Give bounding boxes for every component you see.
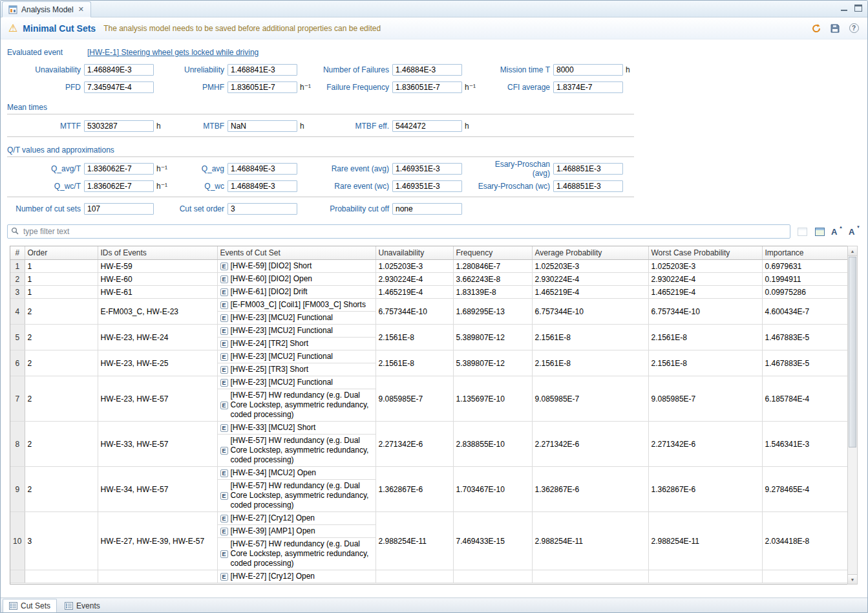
cell-events: E[HW-E-61] [DIO2] Drift	[217, 286, 376, 299]
parameter-cell: PMHFh⁻¹	[169, 81, 313, 93]
export-icon[interactable]	[796, 226, 808, 237]
cell-number: 6	[10, 350, 25, 376]
tab-analysis-model[interactable]: Analysis Model ✕	[2, 1, 91, 17]
field-input-mtbf-eff[interactable]	[392, 120, 462, 132]
cut-set-row[interactable]: 31HW-E-61E[HW-E-61] [DIO2] Drift1.465219…	[10, 286, 847, 299]
event-entry: E[E-FM003_C] [Coil1] [FM003_C] Shorts	[218, 299, 376, 311]
field-input-esary-proschan-avg[interactable]	[553, 163, 623, 175]
cell-worst-case-probability: 2.988254E-11	[648, 512, 762, 570]
event-icon: E	[220, 327, 228, 335]
cut-set-row[interactable]: 11HW-E-59E[HW-E-59] [DIO2] Short1.025203…	[10, 260, 847, 273]
field-unit: h	[297, 122, 313, 131]
help-icon[interactable]: ?	[848, 23, 860, 34]
close-icon[interactable]: ✕	[78, 5, 85, 14]
field-input-esary-proschan-wc[interactable]	[553, 180, 623, 192]
field-input-rare-event-wc[interactable]	[392, 180, 462, 192]
column-header-worst-case-probability[interactable]: Worst Case Probability	[648, 246, 762, 260]
field-input-mtbf[interactable]	[228, 120, 297, 132]
qt-section-title: Q/T values and approximations	[7, 145, 861, 155]
field-input-pfd[interactable]	[84, 81, 154, 93]
event-entry: E[HW-E-33] [MCU2] Short	[218, 422, 376, 434]
event-icon: E	[220, 528, 228, 535]
field-input-q-avg[interactable]	[228, 163, 297, 175]
field-input-cfi-average[interactable]	[553, 81, 623, 93]
column-header-item[interactable]: #	[10, 246, 25, 260]
field-label-mttf: MTTF	[7, 122, 84, 131]
field-label-rare-event-avg: Rare event (avg)	[313, 164, 392, 173]
cell-order: 2	[25, 299, 98, 325]
configure-columns-icon-glyph	[815, 228, 825, 236]
cut-set-row[interactable]: E[HW-E-27] [Cry12] Open	[10, 570, 847, 583]
cut-set-row[interactable]: 103HW-E-27, HW-E-39, HW-E-57E[HW-E-27] […	[10, 512, 847, 570]
column-header-events-of-cut-set[interactable]: Events of Cut Set	[217, 246, 376, 260]
event-label: [HW-E-34] [MCU2] Open	[231, 468, 316, 478]
event-entry: E[HW-E-34] [MCU2] Open	[218, 467, 376, 479]
tab-cut-sets[interactable]: Cut Sets	[3, 599, 57, 612]
column-header-importance[interactable]: Importance	[762, 246, 847, 260]
cell-average-probability	[532, 570, 648, 583]
cell-importance: 4.600434E-7	[762, 299, 847, 325]
cell-importance: 0.1994911	[762, 273, 847, 286]
cut-set-row[interactable]: 62HW-E-23, HW-E-25E[HW-E-23] [MCU2] Func…	[10, 350, 847, 376]
column-header-unavailability[interactable]: Unavailability	[376, 246, 453, 260]
column-header-ids-of-events[interactable]: IDs of Events	[98, 246, 217, 260]
event-entry: E[HW-E-25] [TR3] Short	[218, 363, 376, 376]
cell-number: 7	[10, 376, 25, 422]
cut-set-row[interactable]: 52HW-E-23, HW-E-24E[HW-E-23] [MCU2] Func…	[10, 325, 847, 350]
window-controls	[840, 5, 862, 12]
cut-set-row[interactable]: 42E-FM003_C, HW-E-23E[E-FM003_C] [Coil1]…	[10, 299, 847, 325]
cell-average-probability: 9.085985E-7	[532, 376, 648, 422]
scrollbar-thumb[interactable]	[849, 257, 856, 447]
cell-importance: 0.09975286	[762, 286, 847, 299]
cut-set-row[interactable]: 21HW-E-60E[HW-E-60] [DIO2] Open2.930224E…	[10, 273, 847, 286]
field-input-q-wc[interactable]	[228, 180, 297, 192]
field-input-failure-frequency[interactable]	[392, 81, 462, 93]
maximize-button[interactable]	[854, 5, 862, 12]
field-input-cut-set-order[interactable]	[228, 203, 297, 215]
event-label: [HW-E-60] [DIO2] Open	[231, 274, 313, 284]
field-input-number-of-cut-sets[interactable]	[84, 203, 154, 215]
field-input-mttf[interactable]	[84, 120, 154, 132]
evaluated-event-link[interactable]: [HW-E-1] Steering wheel gets locked whil…	[87, 48, 259, 57]
scroll-down-icon[interactable]: ▼	[848, 574, 857, 584]
cut-set-row[interactable]: 82HW-E-33, HW-E-57E[HW-E-33] [MCU2] Shor…	[10, 422, 847, 467]
warning-icon: ⚠	[8, 23, 17, 34]
minimize-button[interactable]	[840, 5, 848, 12]
field-label-number-of-cut-sets: Number of cut sets	[7, 204, 84, 213]
table-toolbar: A▲ A▼	[796, 226, 860, 237]
field-input-unavailability[interactable]	[84, 64, 154, 76]
field-unit: h⁻¹	[154, 164, 169, 173]
field-label-mission-time-t: Mission time T	[478, 65, 553, 74]
cell-unavailability: 1.025203E-3	[376, 260, 453, 273]
font-increase-icon[interactable]: A▲	[831, 227, 843, 237]
field-input-q-avg-t[interactable]	[84, 163, 154, 175]
configure-columns-icon[interactable]	[814, 226, 825, 237]
cut-set-row[interactable]: 72HW-E-23, HW-E-57E[HW-E-23] [MCU2] Func…	[10, 376, 847, 422]
analysis-model-icon	[8, 5, 17, 14]
recalculate-icon[interactable]	[810, 23, 822, 34]
save-icon[interactable]	[829, 23, 841, 34]
event-icon: E	[220, 366, 228, 374]
field-input-q-wc-t[interactable]	[84, 180, 154, 192]
field-input-pmhf[interactable]	[228, 81, 297, 93]
cut-set-row[interactable]: 92HW-E-34, HW-E-57E[HW-E-34] [MCU2] Open…	[10, 467, 847, 512]
column-header-frequency[interactable]: Frequency	[453, 246, 532, 260]
field-input-probability-cut-off[interactable]	[392, 203, 462, 215]
column-header-order[interactable]: Order	[25, 246, 98, 260]
cell-events: E[HW-E-23] [MCU2] FunctionalE[HW-E-57] H…	[217, 376, 376, 422]
font-decrease-icon[interactable]: A▼	[849, 227, 860, 237]
cell-number: 4	[10, 299, 25, 325]
tab-events[interactable]: Events	[58, 599, 107, 612]
field-input-rare-event-avg[interactable]	[392, 163, 462, 175]
field-input-number-of-failures[interactable]	[392, 64, 462, 76]
scroll-up-icon[interactable]: ▲	[848, 246, 857, 256]
column-header-average-probability[interactable]: Average Probability	[532, 246, 648, 260]
field-label-failure-frequency: Failure Frequency	[313, 83, 392, 92]
parameter-cell: Q_wc	[169, 180, 313, 192]
field-input-mission-time-t[interactable]	[553, 64, 623, 76]
field-input-unreliability[interactable]	[228, 64, 297, 76]
vertical-scrollbar[interactable]: ▲ ▼	[847, 246, 858, 585]
filter-input[interactable]	[22, 226, 787, 237]
event-label: [E-FM003_C] [Coil1] [FM003_C] Shorts	[231, 300, 366, 310]
filter-box	[7, 224, 790, 239]
